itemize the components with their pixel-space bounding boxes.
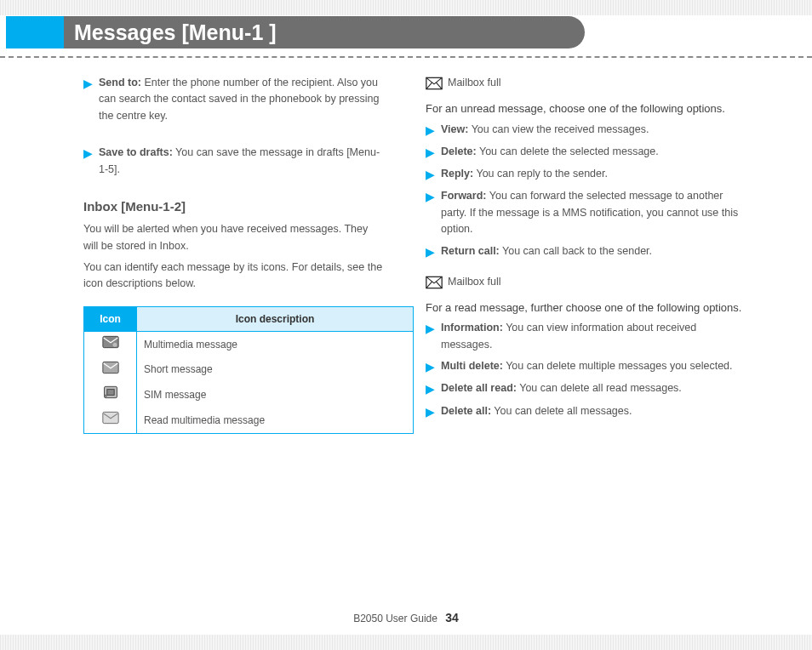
triangle-icon: ▶ [426,358,435,375]
header-bar: Messages [Menu-1 ] [6,16,585,48]
bullet-desc: You can reply to the sender. [476,168,608,180]
bottom-texture [0,635,812,650]
header-accent [6,16,64,48]
inbox-heading: Inbox [Menu-1-2] [83,197,383,216]
envelope-icon [426,77,443,95]
footer-page-number: 34 [445,611,459,624]
svg-rect-6 [102,412,117,423]
table-cell-desc: SIM message [137,382,414,408]
bullet-return-call: ▶ Return call: You can call back to the … [426,243,749,260]
bullet-label: Delete: [441,145,477,157]
bullet-text: Send to: Enter the phone number of the r… [99,75,383,124]
triangle-icon: ▶ [426,188,435,237]
table-cell-desc: Multimedia message [137,332,414,357]
bullet-send-to: ▶ Send to: Enter the phone number of the… [83,75,383,124]
mailbox-full-line: Mailbox full [426,75,749,95]
bullet-desc: Enter the phone number of the recipient.… [99,77,379,122]
bullet-label: Return call: [441,245,500,257]
bullet-delete: ▶ Delete: You can delete the selected me… [426,144,749,161]
mailbox-full-line-2: Mailbox full [426,274,749,294]
table-cell-desc: Read multimedia message [137,408,414,433]
triangle-icon: ▶ [426,320,435,353]
triangle-icon: ▶ [426,403,435,420]
triangle-icon: ▶ [83,145,93,178]
svg-point-1 [112,343,117,347]
triangle-icon: ▶ [426,122,435,139]
bullet-information: ▶ Information: You can view information … [426,320,749,353]
table-header-desc: Icon description [137,306,414,332]
table-row: Multimedia message [84,332,414,357]
triangle-icon: ▶ [83,75,93,124]
triangle-icon: ▶ [426,243,435,260]
triangle-icon: ▶ [426,380,435,397]
divider-dashed [0,56,812,58]
bullet-label: Forward: [441,190,486,202]
svg-rect-2 [102,362,117,373]
bullet-label: Delete all read: [441,382,517,394]
mailbox-full-text: Mailbox full [448,75,501,91]
table-row: Read multimedia message [84,408,414,433]
bullet-desc: You can delete all read messages. [519,382,682,394]
bullet-label: Multi delete: [441,360,503,372]
footer-guide: B2050 User Guide [353,613,437,624]
svg-point-5 [104,395,106,397]
bullet-label: View: [441,123,468,135]
bullet-desc: You can delete the selected message. [479,145,659,157]
table-cell-desc: Short message [137,357,414,383]
top-texture [0,0,812,15]
bullet-label: Save to drafts: [99,146,173,158]
inbox-text-1: You will be alerted when you have receiv… [83,221,383,254]
bullet-delete-all-read: ▶ Delete all read: You can delete all re… [426,380,749,397]
icon-description-table: Icon Icon description Multimedia message… [83,306,414,434]
mailbox-full-text-2: Mailbox full [448,274,501,290]
bullet-multi-delete: ▶ Multi delete: You can delete multiple … [426,358,749,375]
bullet-desc: You can delete all messages. [494,405,632,417]
bullet-label: Reply: [441,168,473,180]
bullet-label: Information: [441,322,503,334]
svg-rect-4 [106,390,113,396]
bullet-desc: You can forward the selected message to … [441,190,738,235]
bullet-reply: ▶ Reply: You can reply to the sender. [426,166,749,183]
unread-subheading: For an unread message, choose one of the… [426,100,749,117]
sim-icon [102,385,119,404]
envelope-icon [426,276,443,294]
content-area: ▶ Send to: Enter the phone number of the… [0,68,812,434]
bullet-text: Save to drafts: You can save the message… [99,145,383,178]
bullet-delete-all: ▶ Delete all: You can delete all message… [426,403,749,420]
bullet-label: Delete all: [441,405,491,417]
page-footer: B2050 User Guide 34 [0,611,812,624]
bullet-label: Send to: [99,77,141,88]
table-row: SIM message [84,382,414,408]
bullet-desc: You can view the received messages. [472,123,649,135]
read-subheading: For a read message, further choose one o… [426,299,749,316]
bullet-view: ▶ View: You can view the received messag… [426,122,749,139]
left-column: ▶ Send to: Enter the phone number of the… [26,75,400,434]
page-title: Messages [Menu-1 ] [64,16,585,48]
table-row: Short message [84,357,414,383]
bullet-desc: You can delete multiple messages you sel… [506,360,732,372]
read-mms-icon [102,411,119,430]
sms-icon [102,361,119,379]
triangle-icon: ▶ [426,166,435,183]
table-header-icon: Icon [84,306,137,332]
bullet-forward: ▶ Forward: You can forward the selected … [426,188,749,237]
mms-icon [102,335,119,354]
bullet-save-drafts: ▶ Save to drafts: You can save the messa… [83,145,383,178]
triangle-icon: ▶ [426,144,435,161]
inbox-text-2: You can identify each message by its ico… [83,259,383,293]
right-column: Mailbox full For an unread message, choo… [400,75,775,434]
bullet-desc: You can call back to the sender. [502,245,652,257]
